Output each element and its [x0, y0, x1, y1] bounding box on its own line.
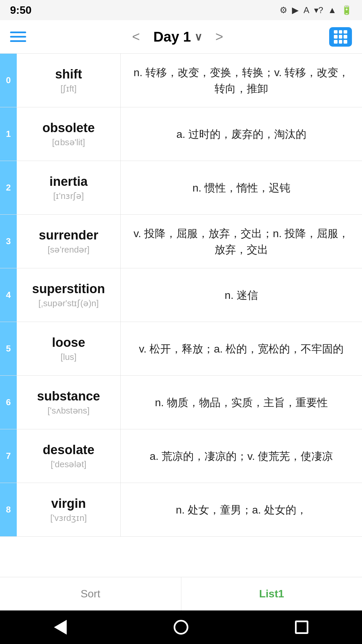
word-english: inertia[ɪ'nɜrʃə] — [17, 161, 121, 214]
word-text: desolate — [43, 443, 94, 457]
word-text: virgin — [51, 496, 86, 511]
word-definition: n. 惯性，惰性，迟钝 — [121, 161, 362, 214]
word-row[interactable]: 5loose[lus]v. 松开，释放；a. 松的，宽松的，不牢固的 — [0, 322, 362, 376]
gear-icon: ⚙ — [280, 5, 287, 15]
word-index: 4 — [0, 268, 17, 322]
recents-button[interactable] — [292, 617, 312, 637]
font-icon: A — [303, 5, 309, 15]
word-text: substance — [37, 389, 100, 404]
status-icons: ⚙ ▶ A ▾? ▲ 🔋 — [280, 5, 352, 15]
toolbar: < Day 1 ∨ > — [0, 20, 362, 54]
nav-bar — [0, 610, 362, 644]
word-row[interactable]: 2inertia[ɪ'nɜrʃə]n. 惯性，惰性，迟钝 — [0, 161, 362, 215]
word-english: obsolete[ɑbsə'lit] — [17, 107, 121, 161]
word-phonetic: [ɑbsə'lit] — [52, 137, 85, 148]
word-phonetic: ['vɜrdʒɪn] — [50, 513, 87, 523]
next-button[interactable]: > — [216, 29, 223, 44]
word-definition: n. 迷信 — [121, 268, 362, 322]
word-phonetic: ['sʌbstəns] — [48, 406, 90, 416]
back-button[interactable] — [50, 617, 70, 637]
home-button[interactable] — [171, 617, 191, 637]
day-selector[interactable]: Day 1 ∨ — [153, 29, 202, 45]
grid-icon — [334, 30, 347, 44]
word-index: 6 — [0, 376, 17, 429]
word-phonetic: ['desələt] — [51, 459, 86, 470]
word-definition: n. 转移，改变，变换，转换；v. 转移，改变，转向，推卸 — [121, 54, 362, 107]
word-definition: n. 处女，童男；a. 处女的， — [121, 483, 362, 536]
recents-icon — [295, 621, 308, 634]
word-index: 3 — [0, 215, 17, 268]
play-icon: ▶ — [292, 5, 299, 15]
word-index: 5 — [0, 322, 17, 375]
sort-tab[interactable]: Sort — [0, 577, 181, 610]
word-phonetic: [ɪ'nɜrʃə] — [53, 191, 84, 201]
word-text: inertia — [49, 174, 87, 189]
list1-tab[interactable]: List1 — [181, 577, 362, 610]
wifi-icon: ▾? — [314, 5, 323, 15]
word-english: surrender[sə'rendər] — [17, 215, 121, 268]
word-text: superstition — [32, 282, 105, 296]
word-index: 1 — [0, 107, 17, 161]
word-english: virgin['vɜrdʒɪn] — [17, 483, 121, 536]
status-bar: 9:50 ⚙ ▶ A ▾? ▲ 🔋 — [0, 0, 362, 20]
word-row[interactable]: 7desolate['desələt]a. 荒凉的，凄凉的；v. 使荒芜，使凄凉 — [0, 429, 362, 483]
word-phonetic: [lus] — [61, 352, 77, 362]
word-text: loose — [52, 335, 85, 350]
word-english: superstition[ˌsupər'stɪʃ(ə)n] — [17, 268, 121, 322]
word-index: 2 — [0, 161, 17, 214]
word-english: shift[ʃɪft] — [17, 54, 121, 107]
word-phonetic: [sə'rendər] — [48, 245, 89, 255]
word-row[interactable]: 8virgin['vɜrdʒɪn]n. 处女，童男；a. 处女的， — [0, 483, 362, 537]
word-text: surrender — [39, 228, 98, 243]
chevron-down-icon: ∨ — [194, 31, 202, 43]
toolbar-nav: < Day 1 ∨ > — [132, 29, 223, 45]
signal-icon: ▲ — [328, 5, 337, 15]
word-index: 7 — [0, 429, 17, 483]
word-definition: a. 过时的，废弃的，淘汰的 — [121, 107, 362, 161]
home-icon — [174, 620, 188, 635]
word-definition: n. 物质，物品，实质，主旨，重要性 — [121, 376, 362, 429]
word-phonetic: [ʃɪft] — [61, 84, 77, 94]
word-row[interactable]: 4superstition[ˌsupər'stɪʃ(ə)n]n. 迷信 — [0, 268, 362, 322]
word-index: 0 — [0, 54, 17, 107]
status-time: 9:50 — [10, 4, 32, 16]
word-text: shift — [55, 67, 82, 82]
back-icon — [54, 620, 67, 635]
word-list: 0shift[ʃɪft]n. 转移，改变，变换，转换；v. 转移，改变，转向，推… — [0, 54, 362, 577]
word-phonetic: [ˌsupər'stɪʃ(ə)n] — [39, 298, 99, 309]
word-definition: a. 荒凉的，凄凉的；v. 使荒芜，使凄凉 — [121, 429, 362, 483]
word-english: substance['sʌbstəns] — [17, 376, 121, 429]
word-english: loose[lus] — [17, 322, 121, 375]
sort-label: Sort — [80, 588, 100, 600]
menu-button[interactable] — [10, 32, 26, 42]
battery-icon: 🔋 — [341, 5, 352, 15]
word-index: 8 — [0, 483, 17, 536]
day-title: Day 1 — [153, 29, 191, 45]
word-row[interactable]: 1obsolete[ɑbsə'lit]a. 过时的，废弃的，淘汰的 — [0, 107, 362, 161]
word-row[interactable]: 3surrender[sə'rendər]v. 投降，屈服，放弃，交出；n. 投… — [0, 215, 362, 268]
bottom-bar: Sort List1 — [0, 577, 362, 610]
prev-button[interactable]: < — [132, 29, 140, 44]
word-english: desolate['desələt] — [17, 429, 121, 483]
grid-view-button[interactable] — [329, 27, 352, 47]
word-row[interactable]: 6substance['sʌbstəns]n. 物质，物品，实质，主旨，重要性 — [0, 376, 362, 429]
word-text: obsolete — [42, 121, 95, 135]
word-definition: v. 松开，释放；a. 松的，宽松的，不牢固的 — [121, 322, 362, 375]
word-row[interactable]: 0shift[ʃɪft]n. 转移，改变，变换，转换；v. 转移，改变，转向，推… — [0, 54, 362, 107]
list1-label: List1 — [259, 588, 284, 600]
word-definition: v. 投降，屈服，放弃，交出；n. 投降，屈服，放弃，交出 — [121, 215, 362, 268]
